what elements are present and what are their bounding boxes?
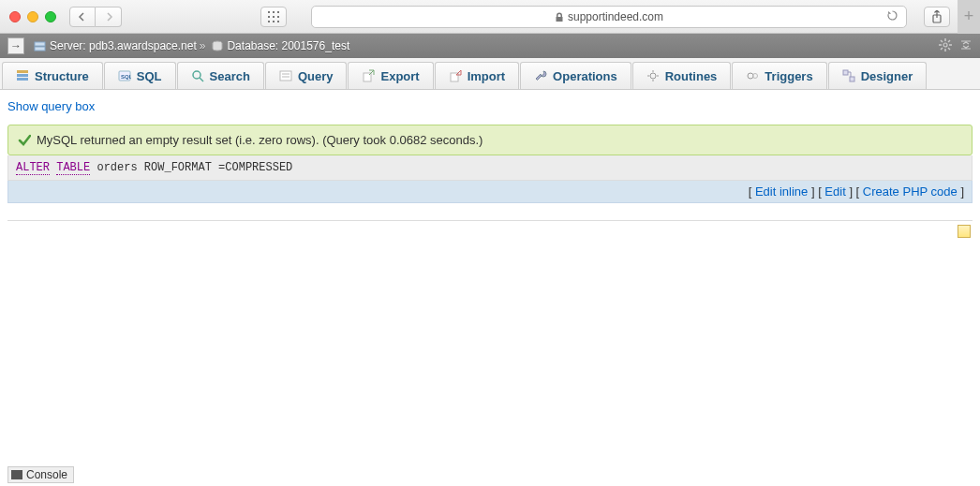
- nav-toggle-button[interactable]: →: [7, 37, 24, 54]
- svg-rect-3: [268, 16, 270, 18]
- svg-text:SQL: SQL: [121, 74, 131, 80]
- svg-rect-5: [277, 16, 279, 18]
- svg-rect-24: [17, 78, 28, 81]
- svg-rect-41: [843, 70, 848, 75]
- svg-rect-11: [35, 47, 45, 51]
- svg-rect-29: [280, 71, 291, 81]
- lock-icon: [555, 12, 564, 22]
- create-php-link[interactable]: Create PHP code: [863, 184, 958, 199]
- svg-line-18: [941, 40, 943, 42]
- url-host: supportindeed.com: [568, 10, 663, 23]
- tab-import[interactable]: Import: [435, 62, 519, 89]
- routines-icon: [646, 69, 660, 82]
- svg-rect-8: [277, 21, 279, 22]
- tab-query[interactable]: Query: [265, 62, 348, 89]
- tabstrip: Structure SQL SQL Search Query Export Im…: [0, 58, 980, 90]
- breadcrumb-separator: »: [200, 39, 206, 52]
- svg-line-20: [941, 48, 943, 50]
- collapse-toggle[interactable]: [958, 225, 971, 238]
- tab-label: Structure: [35, 69, 89, 83]
- new-tab-button[interactable]: +: [958, 0, 980, 34]
- maximize-window-button[interactable]: [45, 11, 56, 22]
- svg-rect-10: [35, 42, 45, 46]
- breadcrumb-server[interactable]: Server: pdb3.awardspace.net: [50, 39, 197, 52]
- server-icon: [34, 40, 46, 52]
- check-icon: [18, 134, 31, 147]
- export-icon: [362, 69, 375, 82]
- svg-point-13: [943, 43, 947, 47]
- tab-search[interactable]: Search: [177, 62, 264, 89]
- collapse-panel-icon[interactable]: [959, 38, 973, 54]
- tab-routines[interactable]: Routines: [632, 62, 732, 89]
- content-area: Show query box MySQL returned an empty r…: [0, 90, 980, 238]
- close-window-button[interactable]: [9, 11, 21, 22]
- svg-rect-6: [268, 21, 270, 22]
- show-query-box-link[interactable]: Show query box: [7, 99, 95, 113]
- designer-icon: [842, 69, 855, 82]
- svg-rect-0: [268, 11, 270, 13]
- tab-label: Search: [210, 69, 250, 83]
- tab-label: Operations: [553, 69, 617, 83]
- share-button[interactable]: [924, 7, 950, 27]
- operations-icon: [534, 69, 547, 82]
- sql-tablename: orders: [97, 161, 143, 174]
- svg-line-19: [948, 48, 950, 50]
- svg-rect-42: [850, 77, 854, 81]
- sql-keyword: ALTER: [16, 161, 50, 175]
- svg-point-27: [193, 71, 200, 79]
- svg-rect-22: [17, 70, 28, 73]
- console-icon: [11, 470, 22, 479]
- section-divider: [7, 220, 973, 238]
- success-message: MySQL returned an empty result set (i.e.…: [7, 125, 973, 155]
- tab-label: Routines: [665, 69, 718, 83]
- gear-icon[interactable]: [939, 38, 952, 54]
- tab-label: SQL: [137, 69, 162, 83]
- tab-structure[interactable]: Structure: [2, 62, 103, 89]
- console-label: Console: [26, 468, 67, 481]
- nav-buttons: [69, 7, 122, 27]
- tab-export[interactable]: Export: [348, 62, 433, 89]
- tab-designer[interactable]: Designer: [828, 62, 928, 89]
- svg-rect-1: [273, 11, 275, 13]
- tab-sql[interactable]: SQL SQL: [104, 62, 176, 89]
- apps-grid-button[interactable]: [260, 7, 287, 27]
- import-icon: [449, 69, 462, 82]
- svg-line-21: [948, 40, 950, 42]
- window-controls: [9, 11, 56, 22]
- edit-inline-link[interactable]: Edit inline: [755, 184, 808, 199]
- edit-link[interactable]: Edit: [824, 184, 845, 199]
- structure-icon: [16, 69, 29, 82]
- console-toggle[interactable]: Console: [7, 466, 74, 483]
- forward-button[interactable]: [96, 7, 122, 27]
- success-text: MySQL returned an empty result set (i.e.…: [37, 133, 483, 147]
- query-icon: [279, 69, 292, 82]
- svg-rect-23: [17, 74, 28, 77]
- sql-keyword: ROW_FORMAT: [144, 161, 212, 174]
- sql-text: =COMPRESSED: [218, 161, 292, 174]
- sql-display: ALTER TABLE orders ROW_FORMAT =COMPRESSE…: [7, 155, 973, 181]
- back-button[interactable]: [69, 7, 96, 27]
- tab-operations[interactable]: Operations: [520, 62, 631, 89]
- browser-toolbar: supportindeed.com +: [0, 0, 980, 34]
- triggers-icon: [746, 69, 759, 82]
- breadcrumb: → Server: pdb3.awardspace.net » Database…: [0, 34, 980, 58]
- svg-rect-4: [273, 16, 275, 18]
- search-icon: [191, 69, 204, 82]
- tab-label: Import: [468, 69, 505, 83]
- minimize-window-button[interactable]: [27, 11, 38, 22]
- svg-rect-7: [273, 21, 275, 22]
- sql-keyword: TABLE: [56, 161, 90, 175]
- url-text: supportindeed.com: [555, 10, 663, 23]
- reload-button[interactable]: [886, 9, 898, 24]
- breadcrumb-database[interactable]: Database: 2001576_test: [227, 39, 349, 52]
- tab-triggers[interactable]: Triggers: [732, 62, 826, 89]
- tab-label: Designer: [861, 69, 913, 83]
- svg-rect-2: [277, 11, 279, 13]
- tab-label: Export: [380, 69, 419, 83]
- svg-point-34: [650, 73, 656, 79]
- tab-label: Triggers: [765, 69, 812, 83]
- sql-actions: [ Edit inline ] [ Edit ] [ Create PHP co…: [7, 181, 973, 203]
- svg-line-28: [200, 78, 203, 81]
- address-bar[interactable]: supportindeed.com: [311, 6, 907, 28]
- database-icon: [212, 40, 223, 52]
